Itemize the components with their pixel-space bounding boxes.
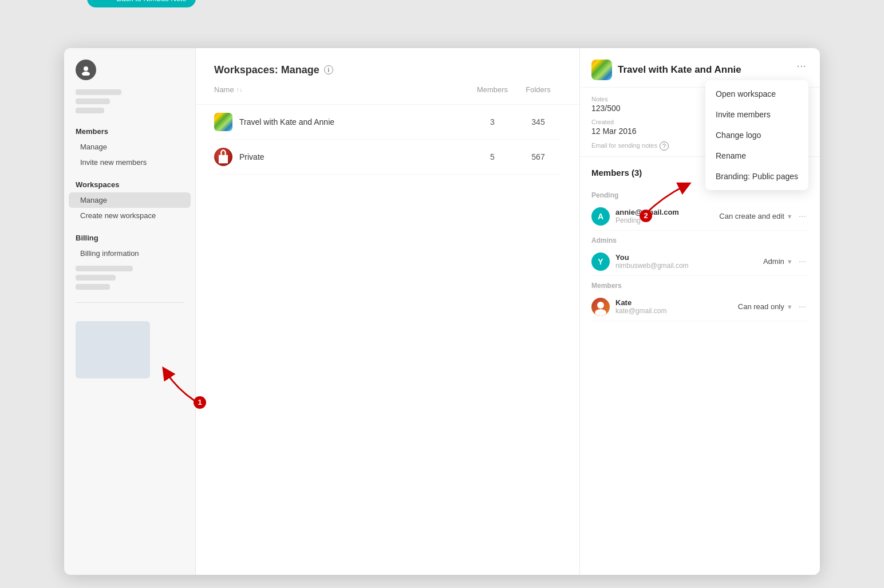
members-section-title: Members (3) <box>591 168 642 177</box>
skeleton-line <box>76 89 121 95</box>
member-subtitle: nimbusweb@gmail.com <box>615 262 763 270</box>
svg-point-1 <box>82 72 90 76</box>
back-button-label: ← Back to Nimbus Note <box>107 0 187 3</box>
member-name: You <box>615 253 763 262</box>
member-more-button[interactable]: ··· <box>796 211 808 222</box>
table-row[interactable]: Private 5 567 <box>214 140 561 175</box>
skeleton-line <box>76 108 104 113</box>
page-title: Workspaces: Manage i <box>214 64 561 76</box>
sidebar-box <box>76 321 150 378</box>
panel-logo <box>591 60 612 80</box>
workspace-members-count: 5 <box>469 152 515 161</box>
skeleton-line <box>76 98 110 104</box>
chevron-down-icon[interactable]: ▼ <box>787 213 793 220</box>
workspace-folders-count: 567 <box>515 152 561 161</box>
workspace-list: Travel with Kate and Annie 3 345 Private… <box>196 105 579 575</box>
member-name: Kate <box>615 298 738 307</box>
workspaces-section-label: Workspaces <box>76 180 184 189</box>
workspace-name: Travel with Kate and Annie <box>239 117 469 127</box>
workspace-folders-count: 345 <box>515 117 561 127</box>
sidebar-item-manage-workspaces[interactable]: Manage <box>69 192 191 208</box>
chevron-down-icon[interactable]: ▼ <box>787 258 793 265</box>
sidebar-item-invite-members[interactable]: Invite new members <box>69 155 191 170</box>
member-role: Can read only ▼ <box>738 302 793 311</box>
workspaces-header: Workspaces: Manage i Name ↑↓ Members Fol… <box>196 48 579 105</box>
chevron-down-icon[interactable]: ▼ <box>787 303 793 310</box>
avatar <box>76 60 96 80</box>
member-name: annie@gmail.com <box>615 208 719 216</box>
info-icon[interactable]: i <box>324 65 333 74</box>
back-button[interactable]: ← ← Back to Nimbus Note <box>87 0 196 7</box>
main-content: Workspaces: Manage i Name ↑↓ Members Fol… <box>196 48 579 575</box>
billing-section-label: Billing <box>76 234 184 242</box>
workspace-name: Private <box>239 152 469 161</box>
member-role: Admin ▼ <box>763 257 793 266</box>
sidebar-item-manage-members[interactable]: Manage <box>69 139 191 155</box>
panel-title: Travel with Kate and Annie <box>618 64 741 76</box>
sidebar-divider <box>76 302 184 303</box>
sidebar-bottom-skeletons <box>76 266 184 293</box>
dropdown-item-change-logo[interactable]: Change logo <box>705 125 808 145</box>
sidebar-item-billing-info[interactable]: Billing information <box>69 246 191 261</box>
member-role: Can create and edit ▼ <box>719 212 792 220</box>
avatar <box>591 298 610 316</box>
member-more-button[interactable]: ··· <box>796 256 808 267</box>
panel-body: Members (3) + Pending A annie@gmail.com <box>580 157 820 575</box>
avatar: Y <box>591 252 610 271</box>
more-options-button[interactable]: ··· <box>794 60 808 71</box>
workspace-logo <box>214 148 232 166</box>
svg-point-4 <box>597 302 604 309</box>
admins-section-label: Admins <box>591 231 808 248</box>
avatar: A <box>591 207 610 226</box>
email-label: Email for sending notes <box>591 142 657 149</box>
svg-point-0 <box>84 66 88 71</box>
list-item: A annie@gmail.com Pending Can create and… <box>591 203 808 231</box>
members-section-label: Members <box>76 127 184 136</box>
list-item: Kate kate@gmail.com Can read only ▼ ··· <box>591 293 808 321</box>
back-arrow-icon: ← <box>96 0 104 3</box>
member-info: You nimbusweb@gmail.com <box>615 253 763 270</box>
dropdown-item-open-workspace[interactable]: Open workspace <box>705 84 808 104</box>
member-more-button[interactable]: ··· <box>796 302 808 312</box>
dropdown-menu: Open workspace Invite members Change log… <box>705 80 808 190</box>
email-info-icon[interactable]: ? <box>660 141 669 151</box>
workspace-detail-panel: Open workspace Invite members Change log… <box>579 48 820 575</box>
member-info: Kate kate@gmail.com <box>615 298 738 315</box>
dropdown-item-rename[interactable]: Rename <box>705 145 808 166</box>
list-item: Y You nimbusweb@gmail.com Admin ▼ ··· <box>591 248 808 276</box>
member-subtitle: kate@gmail.com <box>615 307 738 315</box>
members-section-sublabel: Members <box>591 276 808 293</box>
panel-title-row: Travel with Kate and Annie <box>591 60 741 80</box>
svg-point-5 <box>595 309 606 316</box>
workspace-logo <box>214 113 232 131</box>
member-info: annie@gmail.com Pending <box>615 208 719 224</box>
dropdown-item-branding[interactable]: Branding: Public pages <box>705 166 808 187</box>
sort-arrows-icon[interactable]: ↑↓ <box>236 86 243 93</box>
dropdown-item-invite-members[interactable]: Invite members <box>705 104 808 125</box>
member-subtitle: Pending <box>615 216 719 224</box>
table-header: Name ↑↓ Members Folders <box>214 85 561 98</box>
workspace-members-count: 3 <box>469 117 515 127</box>
table-row[interactable]: Travel with Kate and Annie 3 345 <box>214 105 561 140</box>
sidebar: Members Manage Invite new members Worksp… <box>64 48 196 575</box>
sidebar-item-create-workspace[interactable]: Create new workspace <box>69 208 191 223</box>
